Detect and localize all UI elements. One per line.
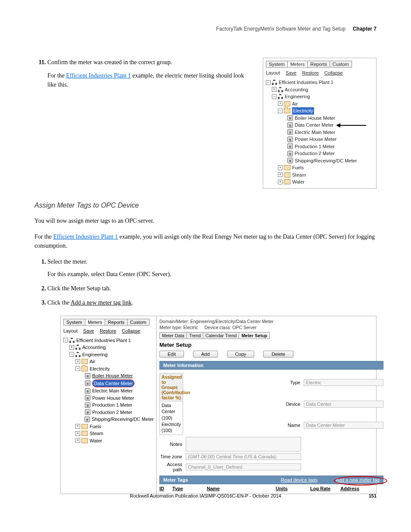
tree-meter-datacenter[interactable]: Data Center Meter [295, 121, 333, 129]
tree-water-2[interactable]: Water [90, 437, 102, 445]
plus-icon[interactable]: + [278, 172, 283, 177]
minus-icon[interactable]: − [69, 352, 74, 357]
col-address[interactable]: Address [340, 486, 383, 491]
tree-engineering[interactable]: Engineering [285, 93, 310, 100]
tree-root-2[interactable]: Efficient Industries Plant 1 [76, 337, 131, 344]
tree-meter-prod2[interactable]: Production 2 Meter [295, 150, 335, 157]
read-device-tags-link[interactable]: Read device tags [281, 477, 318, 482]
plus-icon[interactable]: + [272, 87, 277, 92]
tree-steam[interactable]: Steam [292, 171, 306, 179]
plus-icon[interactable]: + [75, 431, 80, 436]
tree-meter-prod1[interactable]: Production 1 Meter [295, 143, 335, 150]
notes-label: Notes [159, 442, 183, 447]
efficient-industries-link[interactable]: Efficient Industries Plant 1 [66, 72, 131, 79]
add-new-meter-tag-link[interactable]: Add a new meter tag [336, 477, 380, 482]
toolbar-restore[interactable]: Restore [302, 70, 319, 75]
access-path-field[interactable]: Channel_0_User_Defined [186, 464, 301, 470]
tab-system-2[interactable]: System [63, 319, 85, 326]
minus-icon[interactable]: − [75, 366, 80, 371]
minus-icon[interactable]: − [266, 80, 271, 85]
tree-meter-boiler[interactable]: Boiler House Meter [295, 115, 335, 122]
toolbar-collapse[interactable]: Collapse [324, 70, 343, 75]
tree-meter-power[interactable]: Power House Meter [295, 136, 336, 143]
toolbar-save-2[interactable]: Save [83, 328, 94, 333]
minus-icon[interactable]: − [272, 94, 277, 99]
tab-reports[interactable]: Reports [307, 61, 330, 68]
tree-electricity-2[interactable]: Electricity [90, 365, 110, 373]
tab-custom-2[interactable]: Custom [127, 319, 149, 326]
folder-open-icon [81, 366, 88, 371]
tab-meters[interactable]: Meters [287, 61, 308, 68]
col-lograte[interactable]: Log Rate [310, 486, 340, 491]
meter-icon [85, 395, 90, 401]
tree-meter-main-2[interactable]: Electric Main Meter [92, 387, 133, 395]
tree-meter-ship-2[interactable]: Shipping/Receiving/DC Meter [92, 416, 154, 423]
meter-tree-panel: System Meters Reports Custom Layout Save… [263, 58, 377, 189]
minus-icon[interactable]: − [63, 338, 68, 342]
tab-custom[interactable]: Custom [330, 61, 352, 68]
toolbar-collapse-2[interactable]: Collapse [122, 328, 140, 333]
org-icon [278, 94, 283, 99]
edit-button[interactable]: Edit [159, 351, 184, 358]
toolbar-restore-2[interactable]: Restore [100, 328, 116, 333]
subtab-trend[interactable]: Trend [187, 332, 203, 339]
tab-system[interactable]: System [266, 61, 288, 68]
col-id[interactable]: ID [159, 486, 172, 491]
plus-icon[interactable]: + [69, 345, 74, 350]
meter-icon [287, 129, 293, 135]
step-3: Click the Add a new meter tag link. [47, 298, 377, 307]
tree-meter-main[interactable]: Electric Main Meter [295, 129, 335, 136]
tree-electricity-selected[interactable]: Electricity [292, 107, 314, 115]
plus-icon[interactable]: + [75, 438, 80, 443]
plus-icon[interactable]: + [75, 424, 80, 429]
toolbar-save[interactable]: Save [286, 70, 296, 75]
device-field[interactable]: Data Center [304, 401, 383, 408]
tree-fuels-2[interactable]: Fuels [90, 423, 101, 430]
tab-reports-2[interactable]: Reports [105, 319, 128, 326]
tree-meter-datacenter-selected[interactable]: Data Center Meter [92, 380, 134, 388]
col-units[interactable]: Units [276, 486, 310, 491]
plus-icon[interactable]: + [75, 359, 80, 364]
tree-air[interactable]: Air [292, 100, 298, 108]
plus-icon[interactable]: + [278, 165, 283, 170]
header-title: FactoryTalk EnergyMetrix Software Meter … [216, 26, 346, 32]
plus-icon[interactable]: + [278, 180, 283, 184]
tree-meter-prod2-2[interactable]: Production 2 Meter [92, 409, 132, 416]
meter-information-bar: Meter Information [159, 361, 383, 370]
meter-tags-column-headers: ID Type Name Units Log Rate Address [159, 486, 383, 491]
timezone-field[interactable]: (GMT-06:00) Central Time (US & Canada) [186, 453, 301, 460]
tree-meter-power-2[interactable]: Power House Meter [92, 395, 134, 402]
name-field[interactable]: Data Center Meter [304, 422, 383, 429]
tree-engineering-2[interactable]: Engineering [82, 351, 108, 358]
subtab-meter-data[interactable]: Meter Data [159, 332, 187, 339]
delete-button[interactable]: Delete [263, 351, 293, 358]
type-field[interactable]: Electric [304, 379, 383, 386]
tree-steam-2[interactable]: Steam [90, 430, 103, 437]
tree-accounting[interactable]: Accounting [285, 86, 308, 93]
type-label: Type [186, 380, 301, 385]
para-2: For the Efficient Industries Plant 1 exa… [34, 232, 377, 250]
minus-icon[interactable]: − [278, 109, 283, 113]
col-type[interactable]: Type [172, 486, 207, 491]
tree-meter-boiler-2[interactable]: Boiler House Meter [92, 372, 133, 380]
tab-meters-2[interactable]: Meters [85, 319, 106, 326]
copy-button[interactable]: Copy [227, 351, 255, 358]
assigned-group-2: Electricity (100) [162, 421, 181, 434]
notes-field[interactable] [186, 437, 301, 451]
tree-accounting-2[interactable]: Accounting [82, 344, 106, 351]
tree-fuels[interactable]: Fuels [292, 164, 304, 171]
folder-icon [81, 359, 88, 364]
tree-meter-ship[interactable]: Shipping/Receiving/DC Meter [295, 157, 357, 165]
add-button[interactable]: Add [193, 351, 218, 358]
meter-setup-title: Meter Setup [159, 342, 383, 348]
tree-meter-prod1-2[interactable]: Production 1 Meter [92, 401, 132, 409]
efficient-industries-link-2[interactable]: Efficient Industries Plant 1 [53, 233, 118, 240]
tree-water[interactable]: Water [292, 178, 305, 186]
tree-root[interactable]: Efficient Industries Plant 1 [279, 79, 333, 86]
plus-icon[interactable]: + [278, 101, 283, 106]
tree-air-2[interactable]: Air [90, 358, 95, 365]
subtab-meter-setup[interactable]: Meter Setup [239, 332, 270, 339]
col-name[interactable]: Name [207, 486, 276, 491]
subtab-calendar-trend[interactable]: Calendar Trend [203, 332, 239, 339]
folder-open-icon [284, 108, 290, 113]
